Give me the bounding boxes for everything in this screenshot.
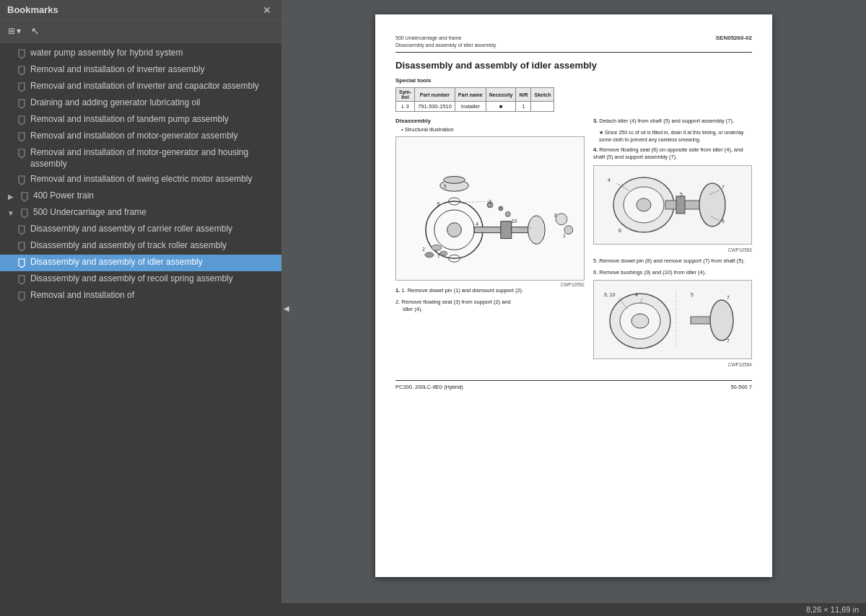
bookmark-text-undercarriage: 500 Undercarriage and frame <box>33 207 276 219</box>
bookmark-item-carrier-roller[interactable]: Disassembly and assembly of carrier roll… <box>0 221 281 238</box>
bookmark-item-removal-motor-gen-housing[interactable]: Removal and installation of motor-genera… <box>0 145 281 172</box>
bookmark-text-removal-last: Removal and installation of <box>30 290 276 302</box>
cursor-icon: ↖ <box>31 25 40 37</box>
collapse-panel-arrow[interactable]: ◀ <box>281 297 292 319</box>
bookmark-item-power-train[interactable]: ▶ 400 Power train <box>0 188 281 205</box>
bookmarks-list: water pump assembly for hybrid system Re… <box>0 43 281 616</box>
bookmark-item-draining[interactable]: Draining and adding generator lubricatin… <box>0 95 281 112</box>
svg-text:5: 5 <box>444 185 447 190</box>
image1-svg: 4 5 7 6 8 <box>600 169 745 241</box>
right-column: 3. Detach idler (4) from shaft (5) and s… <box>593 118 752 373</box>
svg-text:7: 7 <box>727 338 730 343</box>
bookmark-text-recoil-spring: Disassembly and assembly of recoil sprin… <box>30 273 276 285</box>
svg-rect-6 <box>501 221 512 239</box>
svg-point-14 <box>425 252 434 258</box>
image1-caption: CWP10593 <box>593 247 752 254</box>
cell-necessity: ■ <box>486 102 516 112</box>
main-layout: Bookmarks ✕ ⊞ ▾ ↖ water pump assembly <box>0 0 866 616</box>
step2-line1: 2. Remove floating seal (3) from support… <box>395 299 511 305</box>
bookmark-item-undercarriage[interactable]: ▼ 500 Undercarriage and frame <box>0 205 281 221</box>
svg-point-2 <box>447 223 462 237</box>
svg-text:5: 5 <box>680 192 683 197</box>
col-nr: N/R <box>516 88 531 102</box>
special-tools-table: Sym-bol Part number Part name Necessity … <box>395 87 554 112</box>
bookmark-icon <box>17 241 26 252</box>
svg-text:4: 4 <box>476 221 478 226</box>
svg-text:6: 6 <box>722 219 725 224</box>
bookmark-icon <box>17 274 26 286</box>
image2-caption: CWP10594 <box>593 361 752 369</box>
bookmark-icon <box>17 98 26 110</box>
diagram-svg: 6 7 5 4 3 2 8 1 10 <box>396 137 584 280</box>
cell-part-name: Installer <box>455 102 486 112</box>
svg-text:2: 2 <box>422 247 425 252</box>
disassembly-label: Disassembly <box>395 118 585 124</box>
bookmark-icon <box>17 65 26 76</box>
bookmark-item-removal-inverter[interactable]: Removal and installation of inverter ass… <box>0 62 281 79</box>
svg-text:8: 8 <box>618 228 621 233</box>
step2-text: 2. Remove floating seal (3) from support… <box>395 299 585 314</box>
bookmark-icon <box>17 291 26 302</box>
image2-svg: 9, 10 4 5 7 7 <box>600 283 745 356</box>
bookmark-item-recoil-spring[interactable]: Disassembly and assembly of recoil sprin… <box>0 271 281 288</box>
svg-point-45 <box>631 314 649 328</box>
document-title: Disassembly and assembly of idler assemb… <box>395 60 752 72</box>
svg-point-12 <box>505 212 510 217</box>
diagram1-caption: CWP10592 <box>395 282 585 287</box>
dropdown-arrow-icon: ▾ <box>17 26 21 36</box>
bookmark-item-removal-motor-gen[interactable]: Removal and installation of motor-genera… <box>0 128 281 145</box>
svg-line-27 <box>461 202 490 203</box>
bookmark-text-idler-assembly: Disassembly and assembly of idler assemb… <box>30 257 276 268</box>
grid-view-button[interactable]: ⊞ ▾ <box>4 24 25 38</box>
bookmark-item-removal-swing[interactable]: Removal and installation of swing electr… <box>0 172 281 188</box>
expand-arrow-icon[interactable]: ▶ <box>6 190 16 202</box>
step4-text: 4. Remove floating seal (6) on opposite … <box>593 146 752 162</box>
bookmark-icon <box>17 258 26 269</box>
bookmark-text-water-pump: water pump assembly for hybrid system <box>30 48 276 59</box>
close-bookmarks-button[interactable]: ✕ <box>260 5 274 15</box>
svg-text:10: 10 <box>512 219 517 224</box>
bookmark-icon <box>17 48 26 60</box>
image2-box: 9, 10 4 5 7 7 <box>593 280 752 359</box>
svg-text:7: 7 <box>722 185 725 190</box>
star-note: ★ Since 250 cc of oil is filled in, drai… <box>593 129 752 144</box>
page-header-left: 500 Undercarriage and frame Disassembly … <box>395 35 496 49</box>
bookmark-item-removal-last[interactable]: Removal and installation of <box>0 288 281 304</box>
bookmark-icon <box>17 82 26 93</box>
cursor-button[interactable]: ↖ <box>27 23 43 39</box>
page-header: 500 Undercarriage and frame Disassembly … <box>395 35 752 53</box>
bookmark-text-removal-motor-gen-housing: Removal and installation of motor-genera… <box>30 147 276 170</box>
col-part-number: Part number <box>415 88 455 102</box>
cell-sketch <box>531 102 554 112</box>
bookmark-text-carrier-roller: Disassembly and assembly of carrier roll… <box>30 224 276 235</box>
bookmark-item-track-roller[interactable]: Disassembly and assembly of track roller… <box>0 238 281 255</box>
svg-text:8: 8 <box>554 213 557 218</box>
bookmark-item-water-pump[interactable]: water pump assembly for hybrid system <box>0 45 281 62</box>
image1-box: 4 5 7 6 8 <box>593 165 752 245</box>
svg-text:3: 3 <box>489 200 491 205</box>
svg-text:7: 7 <box>727 295 730 300</box>
svg-rect-33 <box>676 196 685 214</box>
svg-point-48 <box>710 300 733 340</box>
bookmark-item-idler-assembly[interactable]: Disassembly and assembly of idler assemb… <box>0 255 281 271</box>
step1-content: 1. Remove dowel pin (1) and dismount sup… <box>401 287 523 294</box>
bullet-structural: • Structural illustration <box>401 126 585 133</box>
col-symbol: Sym-bol <box>396 88 415 102</box>
bookmark-icon <box>17 148 26 159</box>
svg-point-31 <box>637 198 651 211</box>
grid-icon: ⊞ <box>8 26 15 36</box>
col-necessity: Necessity <box>486 88 516 102</box>
bookmark-text-removal-inverter: Removal and installation of inverter ass… <box>30 64 276 76</box>
step3-content: Detach idler (4) from shaft (5) and supp… <box>599 118 734 124</box>
footer-model: PC200, 200LC-8E0 (Hybrid) <box>395 384 463 390</box>
step6-text: 6. Remove bushings (9) and (10) from idl… <box>593 269 752 277</box>
step1-text: 1. 1. Remove dowel pin (1) and dismount … <box>395 287 585 295</box>
bookmarks-panel: Bookmarks ✕ ⊞ ▾ ↖ water pump assembly <box>0 0 281 616</box>
bookmark-item-removal-tandem[interactable]: Removal and installation of tandem pump … <box>0 112 281 128</box>
svg-point-13 <box>432 245 442 251</box>
collapse-arrow-icon[interactable]: ▼ <box>6 207 16 219</box>
svg-point-11 <box>499 207 503 211</box>
cell-symbol: L 3 <box>396 102 415 112</box>
svg-point-7 <box>528 216 545 245</box>
bookmark-item-removal-inverter-cap[interactable]: Removal and installation of inverter and… <box>0 79 281 95</box>
